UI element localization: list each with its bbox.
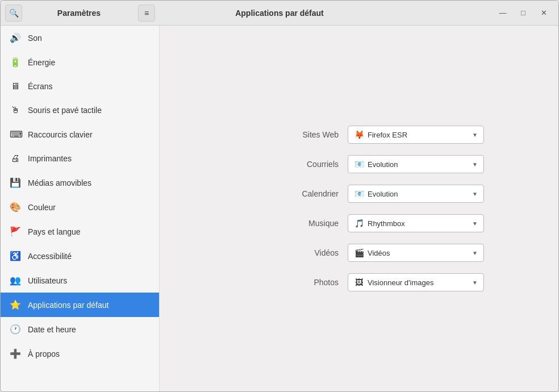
date-label: Date et heure	[28, 325, 76, 334]
medias-icon: 💾	[10, 177, 21, 188]
utilisateurs-icon: 👥	[10, 275, 21, 286]
app-name-calendar: Evolution	[368, 190, 466, 198]
sidebar-item-couleur[interactable]: 🎨Couleur	[1, 195, 159, 219]
setting-control-music: 🎵Rhythmbox▼	[348, 214, 484, 232]
dropdown-arrow-photos: ▼	[472, 280, 478, 286]
setting-label-web: Sites Web	[234, 130, 339, 139]
sidebar-item-souris[interactable]: 🖱Souris et pavé tactile	[1, 98, 159, 122]
search-icon: 🔍	[9, 9, 19, 18]
setting-label-calendar: Calendrier	[234, 189, 339, 198]
app-icon-email: 📧	[354, 159, 364, 169]
apropos-icon: ➕	[10, 348, 21, 359]
setting-control-calendar: 📧Evolution▼	[348, 185, 484, 203]
setting-control-photos: 🖼Visionneur d'images▼	[348, 273, 484, 291]
sidebar-item-utilisateurs[interactable]: 👥Utilisateurs	[1, 268, 159, 293]
app-icon-video: 🎬	[354, 248, 364, 258]
dropdown-email[interactable]: 📧Evolution▼	[348, 155, 484, 173]
dropdown-arrow-web: ▼	[472, 132, 478, 138]
close-icon: ✕	[541, 9, 547, 17]
app-icon-web: 🦊	[354, 130, 364, 140]
sidebar-item-apropos[interactable]: ➕À propos	[1, 341, 159, 366]
sidebar-item-applications[interactable]: ⭐Applications par défaut	[1, 293, 159, 317]
sidebar-item-date[interactable]: 🕐Date et heure	[1, 317, 159, 341]
applications-icon: ⭐	[10, 299, 21, 310]
content-area: 🔊Son🔋Énergie🖥Écrans🖱Souris et pavé tacti…	[1, 26, 558, 391]
accessibilite-label: Accessibilité	[28, 252, 72, 261]
date-icon: 🕐	[10, 324, 21, 335]
app-icon-calendar: 📧	[354, 189, 364, 199]
app-name-video: Vidéos	[368, 249, 466, 257]
applications-label: Applications par défaut	[28, 301, 109, 310]
sidebar-item-ecrans[interactable]: 🖥Écrans	[1, 74, 159, 98]
raccourcis-icon: ⌨	[10, 129, 21, 140]
minimize-button[interactable]: —	[495, 5, 511, 21]
raccourcis-label: Raccourcis clavier	[28, 130, 93, 139]
son-icon: 🔊	[10, 32, 21, 43]
ecrans-icon: 🖥	[10, 81, 21, 91]
window-title: Applications par défaut	[235, 9, 324, 18]
medias-label: Médias amovibles	[28, 178, 91, 187]
menu-button[interactable]: ≡	[138, 5, 155, 22]
couleur-label: Couleur	[28, 203, 56, 212]
app-name-web: Firefox ESR	[368, 131, 466, 139]
main-panel: Sites Web🦊Firefox ESR▼Courriels📧Evolutio…	[160, 26, 558, 391]
sidebar-item-medias[interactable]: 💾Médias amovibles	[1, 170, 159, 195]
titlebar: 🔍 Paramètres ≡ Applications par défaut —…	[1, 1, 558, 26]
settings-grid: Sites Web🦊Firefox ESR▼Courriels📧Evolutio…	[234, 126, 484, 291]
sidebar-item-pays[interactable]: 🚩Pays et langue	[1, 219, 159, 244]
sidebar-item-accessibilite[interactable]: ♿Accessibilité	[1, 244, 159, 268]
maximize-icon: □	[521, 9, 525, 17]
close-button[interactable]: ✕	[536, 5, 552, 21]
setting-control-video: 🎬Vidéos▼	[348, 244, 484, 262]
imprimantes-icon: 🖨	[10, 153, 21, 164]
setting-control-web: 🦊Firefox ESR▼	[348, 126, 484, 144]
settings-title: Paramètres	[26, 9, 132, 18]
pays-label: Pays et langue	[28, 227, 81, 236]
energie-label: Énergie	[28, 58, 55, 67]
app-icon-photos: 🖼	[354, 277, 364, 287]
maximize-button[interactable]: □	[515, 5, 531, 21]
dropdown-arrow-email: ▼	[472, 161, 478, 168]
energie-icon: 🔋	[10, 57, 21, 68]
dropdown-web[interactable]: 🦊Firefox ESR▼	[348, 126, 484, 144]
dropdown-photos[interactable]: 🖼Visionneur d'images▼	[348, 273, 484, 291]
souris-icon: 🖱	[10, 105, 21, 115]
setting-label-photos: Photos	[234, 278, 339, 287]
dropdown-arrow-music: ▼	[472, 220, 478, 227]
son-label: Son	[28, 34, 42, 43]
menu-icon: ≡	[144, 9, 149, 18]
app-name-email: Evolution	[368, 160, 466, 169]
sidebar: 🔊Son🔋Énergie🖥Écrans🖱Souris et pavé tacti…	[1, 26, 160, 391]
minimize-icon: —	[499, 9, 507, 17]
app-name-music: Rhythmbox	[368, 219, 466, 228]
setting-label-music: Musique	[234, 219, 339, 228]
search-button[interactable]: 🔍	[5, 5, 22, 22]
app-name-photos: Visionneur d'images	[368, 278, 466, 287]
pays-icon: 🚩	[10, 226, 21, 237]
main-window: 🔍 Paramètres ≡ Applications par défaut —…	[0, 0, 559, 392]
souris-label: Souris et pavé tactile	[28, 106, 102, 115]
setting-label-video: Vidéos	[234, 248, 339, 257]
window-controls: — □ ✕	[488, 5, 558, 21]
dropdown-calendar[interactable]: 📧Evolution▼	[348, 185, 484, 203]
sidebar-item-imprimantes[interactable]: 🖨Imprimantes	[1, 147, 159, 170]
setting-label-email: Courriels	[234, 160, 339, 169]
dropdown-video[interactable]: 🎬Vidéos▼	[348, 244, 484, 262]
setting-control-email: 📧Evolution▼	[348, 155, 484, 173]
dropdown-arrow-video: ▼	[472, 250, 478, 256]
couleur-icon: 🎨	[10, 202, 21, 212]
sidebar-item-son[interactable]: 🔊Son	[1, 26, 159, 50]
dropdown-music[interactable]: 🎵Rhythmbox▼	[348, 214, 484, 232]
app-icon-music: 🎵	[354, 218, 364, 228]
dropdown-arrow-calendar: ▼	[472, 191, 478, 197]
ecrans-label: Écrans	[28, 82, 53, 91]
titlebar-left: 🔍 Paramètres ≡	[1, 5, 160, 22]
imprimantes-label: Imprimantes	[28, 154, 72, 163]
sidebar-item-energie[interactable]: 🔋Énergie	[1, 50, 159, 74]
accessibilite-icon: ♿	[10, 251, 21, 261]
sidebar-item-raccourcis[interactable]: ⌨Raccourcis clavier	[1, 122, 159, 147]
apropos-label: À propos	[28, 349, 60, 358]
utilisateurs-label: Utilisateurs	[28, 276, 67, 285]
